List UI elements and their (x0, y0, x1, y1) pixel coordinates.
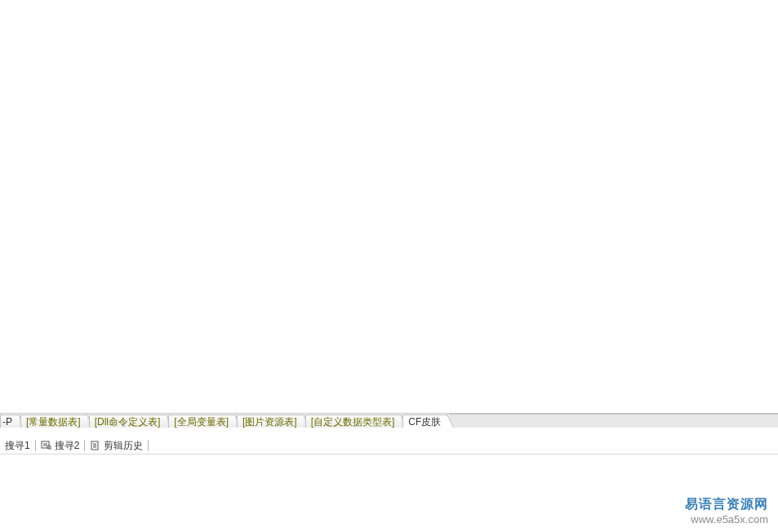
tab-custom-datatypes[interactable]: [自定义数据类型表] (305, 415, 402, 428)
tab-strip-remainder (449, 414, 778, 428)
tab-global-vars[interactable]: [全局变量表] (168, 415, 236, 428)
search2-label: 搜寻2 (55, 439, 80, 453)
watermark: 易语言资源网 www.e5a5x.com (685, 495, 768, 527)
watermark-site-name: 易语言资源网 (685, 495, 768, 513)
search1-label: 搜寻1 (5, 439, 30, 453)
tab-image-resources[interactable]: [图片资源表] (237, 415, 305, 428)
tab-label: [图片资源表] (242, 415, 297, 428)
tab-label: -P (2, 416, 12, 428)
search1-button[interactable]: 搜寻1 (0, 437, 35, 454)
bottom-toolbar: 搜寻1 搜寻2 剪辑历史 (0, 428, 778, 454)
clip-history-label: 剪辑历史 (104, 439, 143, 453)
tab-partial-left[interactable]: -P (0, 415, 20, 428)
toolbar-separator (148, 440, 149, 451)
editor-area (0, 0, 778, 413)
search-icon (41, 441, 52, 450)
search2-button[interactable]: 搜寻2 (36, 437, 85, 454)
document-icon (90, 441, 101, 450)
svg-rect-14 (42, 441, 49, 448)
svg-line-18 (50, 449, 51, 450)
tab-wedge-icon (447, 415, 454, 428)
tab-label: [Dll命令定义表] (95, 415, 161, 428)
tab-label: [自定义数据类型表] (311, 415, 395, 428)
tab-dll-command-def[interactable]: [Dll命令定义表] (89, 415, 168, 428)
tab-label: [全局变量表] (174, 415, 229, 428)
tab-label: CF皮肤 (408, 415, 441, 428)
watermark-url: www.e5a5x.com (685, 512, 768, 527)
tab-cf-skin[interactable]: CF皮肤 (402, 415, 448, 428)
tab-constants-table[interactable]: [常量数据表] (20, 415, 88, 428)
output-panel: 易语言资源网 www.e5a5x.com (0, 454, 778, 532)
document-tab-strip: -P [常量数据表] [Dll命令定义表] [全局变量表] [图片资源表] [自… (0, 413, 778, 428)
tab-label: [常量数据表] (26, 415, 81, 428)
clip-history-button[interactable]: 剪辑历史 (85, 437, 148, 454)
